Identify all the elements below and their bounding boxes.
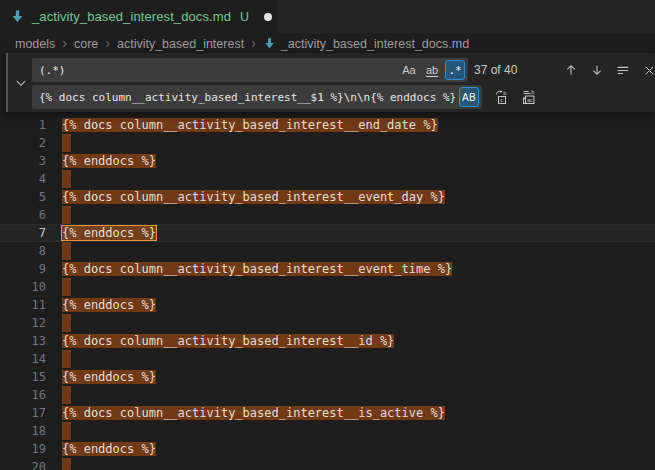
git-status-badge: U [240, 10, 249, 24]
line-content: {% enddocs %} [46, 368, 156, 386]
tab-title: _activity_based_interest_docs.md [32, 9, 231, 24]
chevron-right-icon: › [105, 36, 110, 50]
find-match-highlight [62, 278, 71, 296]
line-number: 20 [0, 458, 46, 470]
editor-line[interactable]: 10 [0, 278, 655, 296]
current-find-match: {% enddocs %} [62, 226, 156, 240]
line-number: 17 [0, 404, 46, 422]
line-number: 11 [0, 296, 46, 314]
line-number: 16 [0, 386, 46, 404]
replace-icon: b c [494, 89, 510, 105]
line-content [46, 386, 71, 404]
close-find-widget-button[interactable] [639, 60, 655, 80]
editor-line[interactable]: 11{% enddocs %} [0, 296, 655, 314]
find-input[interactable]: (.*) Aa ab .* [32, 58, 468, 82]
editor-line[interactable]: 2 [0, 134, 655, 152]
breadcrumb-item-core[interactable]: core [74, 37, 98, 51]
find-match-highlight: {% docs column__activity_based_interest_… [62, 406, 445, 420]
find-match-highlight: {% enddocs %} [62, 370, 156, 384]
line-number: 6 [0, 206, 46, 224]
toggle-replace-chevron-button[interactable] [10, 53, 32, 112]
arrow-up-icon [564, 63, 578, 77]
line-content [46, 242, 71, 260]
tab-activity-based-interest-docs[interactable]: _activity_based_interest_docs.md U [0, 0, 277, 33]
editor-line[interactable]: 3{% enddocs %} [0, 152, 655, 170]
breadcrumb-item-activity-based-interest[interactable]: activity_based_interest [117, 37, 244, 51]
find-match-highlight [62, 242, 71, 260]
whole-word-toggle[interactable]: ab [422, 60, 442, 80]
editor-line[interactable]: 9{% docs column__activity_based_interest… [0, 260, 655, 278]
editor-line[interactable]: 19{% enddocs %} [0, 440, 655, 458]
find-in-selection-button[interactable] [613, 60, 633, 80]
line-content: {% enddocs %} [46, 152, 156, 170]
find-match-highlight [62, 134, 71, 152]
line-number: 18 [0, 422, 46, 440]
find-match-highlight: {% docs column__activity_based_interest_… [62, 334, 394, 348]
editor-line[interactable]: 4 [0, 170, 655, 188]
regex-toggle[interactable]: .* [445, 60, 465, 80]
find-replace-widget: (.*) Aa ab .* 37 of 40 {% docs column__a… [6, 53, 655, 112]
breadcrumb: models › core › activity_based_interest … [0, 33, 655, 54]
replace-value: {% docs column__activity_based_interest_… [32, 91, 459, 104]
breadcrumb-item-models[interactable]: models [15, 37, 55, 51]
editor-line[interactable]: 18 [0, 422, 655, 440]
line-number: 8 [0, 242, 46, 260]
editor-line[interactable]: 8 [0, 242, 655, 260]
line-number: 14 [0, 350, 46, 368]
next-match-button[interactable] [587, 60, 607, 80]
line-content [46, 314, 71, 332]
line-number: 2 [0, 134, 46, 152]
line-number: 3 [0, 152, 46, 170]
line-content: {% docs column__activity_based_interest_… [46, 260, 452, 278]
editor-line[interactable]: 13{% docs column__activity_based_interes… [0, 332, 655, 350]
editor-line[interactable]: 1{% docs column__activity_based_interest… [0, 116, 655, 134]
find-match-highlight [62, 422, 71, 440]
markdown-icon [263, 37, 276, 50]
editor-line[interactable]: 17{% docs column__activity_based_interes… [0, 404, 655, 422]
line-content: {% docs column__activity_based_interest_… [46, 188, 445, 206]
replace-input[interactable]: {% docs column__activity_based_interest_… [32, 85, 482, 109]
preserve-case-toggle[interactable]: AB [459, 87, 479, 107]
find-match-highlight: {% enddocs %} [62, 154, 156, 168]
find-options: Aa ab .* [399, 60, 468, 80]
svg-text:ac: ac [527, 97, 533, 103]
line-number: 9 [0, 260, 46, 278]
line-number: 5 [0, 188, 46, 206]
line-number: 15 [0, 368, 46, 386]
replace-all-icon: b ac [521, 89, 537, 105]
line-number: 4 [0, 170, 46, 188]
breadcrumb-item-file[interactable]: _activity_based_interest_docs.md [263, 37, 469, 51]
editor-line[interactable]: 6 [0, 206, 655, 224]
line-content: {% enddocs %} [46, 296, 156, 314]
line-content [46, 170, 71, 188]
editor-line[interactable]: 16 [0, 386, 655, 404]
editor-line[interactable]: 12 [0, 314, 655, 332]
line-content [46, 350, 71, 368]
find-query: (.*) [32, 64, 399, 77]
replace-button[interactable]: b c [492, 87, 512, 107]
svg-text:c: c [500, 97, 503, 103]
unsaved-dot-indicator[interactable] [264, 13, 272, 21]
line-content [46, 422, 71, 440]
replace-all-icon-button[interactable]: b ac [519, 87, 539, 107]
editor-line[interactable]: 20 [0, 458, 655, 470]
selection-lines-icon [616, 63, 630, 77]
editor-line[interactable]: 7{% enddocs %} [0, 224, 655, 242]
find-match-highlight [62, 458, 71, 470]
match-case-toggle[interactable]: Aa [399, 60, 419, 80]
line-content [46, 278, 71, 296]
editor-line[interactable]: 5{% docs column__activity_based_interest… [0, 188, 655, 206]
line-content: {% enddocs %} [46, 224, 156, 242]
tab-bar: _activity_based_interest_docs.md U [0, 0, 655, 33]
line-number: 7 [0, 224, 46, 242]
find-match-highlight: {% docs column__activity_based_interest_… [62, 190, 445, 204]
line-number: 10 [0, 278, 46, 296]
line-content: {% docs column__activity_based_interest_… [46, 404, 445, 422]
editor-line[interactable]: 14 [0, 350, 655, 368]
editor-line[interactable]: 15{% enddocs %} [0, 368, 655, 386]
previous-match-button[interactable] [561, 60, 581, 80]
svg-text:b: b [503, 90, 506, 96]
line-number: 19 [0, 440, 46, 458]
find-results-count: 37 of 40 [474, 58, 517, 82]
find-match-highlight: {% docs column__activity_based_interest_… [62, 118, 438, 132]
